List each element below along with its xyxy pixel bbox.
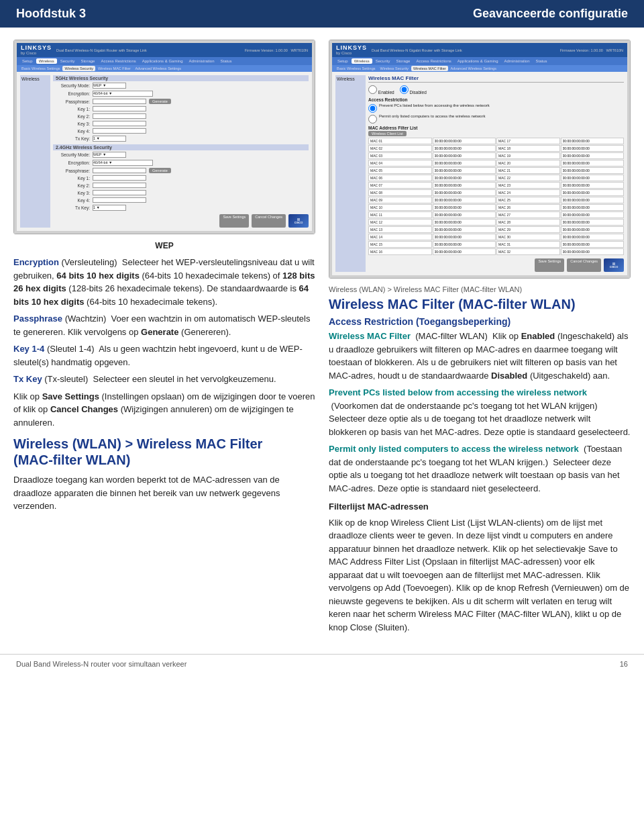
mac-cell-23-val[interactable] [561,182,625,189]
subnav-security[interactable]: Wireless Security [62,66,95,71]
mac-cell-26-val[interactable] [561,204,625,211]
mac-cell-27-val[interactable] [561,211,625,218]
passphrase-input-24[interactable] [93,168,146,173]
prevent-radio[interactable] [368,104,377,113]
txkey-row-24: Tx Key: 1 ▼ [53,205,309,211]
subnav-basic-r[interactable]: Basic Wireless Settings [335,66,377,71]
nav-admin-r[interactable]: Administration [501,58,532,64]
encryption-select-24[interactable]: 40/64-bit ▼ [93,160,153,166]
subnav-mac-r[interactable]: Wireless MAC Filter [411,66,448,71]
txkey-select-5[interactable]: 1 ▼ [93,136,126,142]
subnav-advanced-r[interactable]: Advanced Wireless Settings [449,66,498,71]
nav-access-r[interactable]: Access Restrictions [413,58,453,64]
mac-cell-14-val[interactable] [433,234,496,240]
mac-cell-15-val[interactable] [433,241,496,248]
subnav-security-r[interactable]: Wireless Security [378,66,410,71]
passphrase-input-5[interactable] [93,99,146,104]
mac-cell-31-val[interactable] [561,241,625,248]
security-forms: 5GHz Wireless Security Security Mode: WE… [53,75,309,228]
mac-cell-25-val[interactable] [561,197,625,203]
nav-security[interactable]: Security [58,58,78,64]
mac-cell-07-val[interactable] [433,182,496,189]
nav-status-r[interactable]: Status [533,58,549,64]
encryption-para: Encryption (Versleuteling) Selecteer het… [13,256,315,308]
right-column: LINKSYS by Cisco Dual Band Wireless-N Gi… [329,40,631,640]
router-nav-left: Setup Wireless Security Storage Access R… [17,57,312,65]
security-mode-select-24[interactable]: WEP ▼ [93,152,126,158]
subnav-mac[interactable]: Wireless MAC Filter [96,66,133,71]
mac-cell-10-val[interactable] [433,204,496,211]
save-settings-btn-left[interactable]: Save Settings [219,214,249,228]
mac-cell-05-val[interactable] [433,167,496,174]
security-mode-select-5[interactable]: WEP ▼ [93,83,126,89]
generate-btn-24[interactable]: Generate [149,168,171,173]
key3-input-24[interactable] [93,190,146,195]
mac-cell-32-val[interactable] [561,248,625,255]
key3-label-5: Key 3: [53,122,90,126]
firmware-version-right: Firmware Version: 1.00.00 WRT610N [560,48,623,52]
mac-filter-body: Wireless Wireless MAC Filter Enabled Dis… [332,72,627,275]
nav-wireless[interactable]: Wireless [36,58,57,64]
key1-input-24[interactable] [93,175,146,181]
mac-cell-02-val[interactable] [433,145,496,152]
save-settings-btn-right[interactable]: Save Settings [535,258,564,272]
key3-label-24: Key 3: [53,191,90,195]
cancel-changes-btn-left[interactable]: Cancel Changes [252,214,286,228]
encryption-select-5[interactable]: 40/64-bit ▼ [93,91,153,97]
key2-input-5[interactable] [93,113,146,119]
mac-cell-20-val[interactable] [561,160,625,166]
mac-cell-29-val[interactable] [561,226,625,233]
key3-input-5[interactable] [93,121,146,126]
txkey-select-24[interactable]: 1 ▼ [93,205,126,211]
nav-apps-r[interactable]: Applications & Gaming [455,58,501,64]
nav-storage[interactable]: Storage [78,58,97,64]
mac-cell-24-val[interactable] [561,189,625,196]
mac-cell-26-label: MAC 26 [496,204,560,211]
disabled-radio[interactable] [400,85,409,94]
mac-cell-18-val[interactable] [561,145,625,152]
subnav-basic[interactable]: Basic Wireless Settings [19,66,62,71]
mac-cell-09-val[interactable] [433,197,496,203]
key4-input-24[interactable] [93,197,146,203]
mac-cell-22-val[interactable] [561,175,625,181]
mac-cell-01-val[interactable] [433,138,496,144]
nav-wireless-r[interactable]: Wireless [352,58,372,64]
subnav-advanced[interactable]: Advanced Wireless Settings [133,66,183,71]
mac-cell-06-val[interactable] [433,175,496,181]
nav-status[interactable]: Status [217,58,234,64]
key2-input-24[interactable] [93,183,146,188]
nav-storage-r[interactable]: Storage [393,58,413,64]
mac-cell-08-val[interactable] [433,189,496,196]
mac-cell-17-val[interactable] [561,138,625,144]
nav-security-r[interactable]: Security [373,58,393,64]
left-heading-text: Wireless (WLAN) > Wireless MAC Filter(MA… [13,436,262,467]
nav-setup[interactable]: Setup [19,58,36,64]
permit-radio[interactable] [368,115,377,124]
nav-access[interactable]: Access Restrictions [98,58,138,64]
key4-label-24: Key 4: [53,198,90,203]
wireless-client-list-btn[interactable]: Wireless Client List [368,131,407,136]
nav-admin[interactable]: Administration [186,58,217,64]
mac-cell-30-val[interactable] [561,234,625,240]
mac-cell-13-val[interactable] [433,226,496,233]
mac-cell-04-val[interactable] [433,160,496,166]
mac-cell-21-val[interactable] [561,167,625,174]
mac-filter-inner: Wireless Wireless MAC Filter Enabled Dis… [335,75,624,272]
enabled-radio[interactable] [368,85,377,94]
mac-cell-11-val[interactable] [433,211,496,218]
mac-cell-12-val[interactable] [433,219,496,226]
mac-cell-03-val[interactable] [433,152,496,159]
mac-cell-19-val[interactable] [561,152,625,159]
mac-cell-25-label: MAC 25 [496,197,560,203]
txkey-term: Tx Key [13,374,42,384]
enabled-radio-label[interactable]: Enabled [368,85,394,95]
mac-cell-16-val[interactable] [433,248,496,255]
key1-input-5[interactable] [93,106,146,111]
mac-cell-28-val[interactable] [561,219,625,226]
key4-input-5[interactable] [93,128,146,134]
generate-btn-5[interactable]: Generate [149,99,171,104]
cancel-changes-btn-right[interactable]: Cancel Changes [567,258,601,272]
nav-setup-r[interactable]: Setup [335,58,351,64]
disabled-radio-label[interactable]: Disabled [400,85,427,95]
nav-apps[interactable]: Applications & Gaming [140,58,186,64]
